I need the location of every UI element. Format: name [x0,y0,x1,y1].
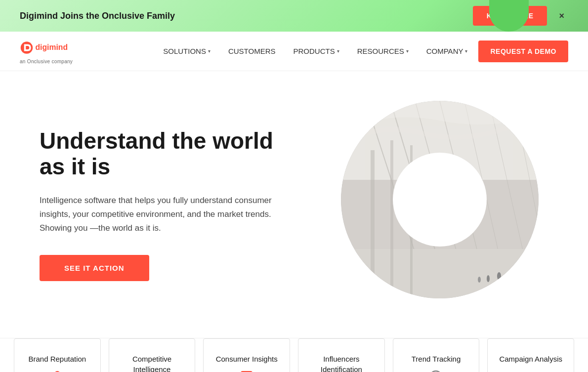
hero-section: Understand the world as it is Intelligen… [0,71,588,338]
svg-point-23 [393,153,487,247]
see-action-button[interactable]: SEE IT ACTION [40,255,149,281]
nav-item-customers[interactable]: CUSTOMERS [221,43,283,59]
card-title-trend: Trend Tracking [412,354,461,364]
svg-point-15 [507,275,510,282]
nav-label-products: PRODUCTS [294,47,335,55]
trend-icon: Q1 [428,369,445,372]
svg-rect-22 [410,145,413,298]
svg-point-18 [487,275,490,282]
banner-right: KNOW MORE × [473,6,568,26]
nav-item-solutions[interactable]: SOLUTIONS ▾ [156,43,217,59]
svg-point-16 [517,274,521,282]
nav-links: SOLUTIONS ▾ CUSTOMERS PRODUCTS ▾ RESOURC… [156,41,568,62]
nav-item-company[interactable]: COMPANY ▾ [420,43,475,59]
nav-label-customers: CUSTOMERS [228,47,276,55]
svg-text:Reyain: Reyain [516,370,546,372]
svg-text:digimind: digimind [36,43,68,51]
consumer-icon [240,369,253,372]
hero-circle-image [341,101,539,298]
nav-label-company: COMPANY [426,47,463,55]
card-influencers-identification[interactable]: Influencers Identification [298,338,385,372]
banner-text: Digimind Joins the Onclusive Family [20,11,175,21]
chevron-down-icon-2: ▾ [337,48,339,54]
cards-section: Brand Reputation Competitive Intelligenc… [0,338,588,372]
logo-svg: digimind [20,38,89,58]
hero-description: Intelligence software that helps you ful… [40,194,277,235]
card-title-influencers: Influencers Identification [308,354,375,372]
svg-rect-21 [390,140,393,298]
chevron-down-icon: ▾ [208,48,210,54]
nav-label-resources: RESOURCES [357,47,404,55]
logo-area[interactable]: digimind an Onclusive company [20,38,89,64]
nav-label-solutions: SOLUTIONS [163,47,206,55]
svg-point-14 [497,272,501,280]
svg-rect-20 [371,150,375,298]
close-banner-button[interactable]: × [555,9,568,23]
card-brand-reputation[interactable]: Brand Reputation [14,338,101,372]
hero-title: Understand the world as it is [40,128,277,180]
card-trend-tracking[interactable]: Trend Tracking Q1 [393,338,480,372]
campaign-icon: Reyain [516,369,546,372]
navbar: digimind an Onclusive company SOLUTIONS … [0,32,588,71]
card-competitive-intelligence[interactable]: Competitive Intelligence [109,338,196,372]
hero-left: Understand the world as it is Intelligen… [40,128,277,282]
svg-point-17 [478,277,481,283]
card-campaign-analysis[interactable]: Campaign Analysis Reyain [487,338,574,372]
logo-subtitle: an Onclusive company [20,59,73,64]
card-consumer-insights[interactable]: Consumer Insights [203,338,290,372]
chevron-down-icon-4: ▾ [465,48,467,54]
request-demo-button[interactable]: REQUEST A DEMO [478,41,568,62]
nav-item-products[interactable]: PRODUCTS ▾ [287,43,346,59]
know-more-button[interactable]: KNOW MORE [473,6,547,26]
card-title-brand: Brand Reputation [28,354,86,364]
card-title-consumer: Consumer Insights [216,354,278,364]
nav-item-resources[interactable]: RESOURCES ▾ [350,43,416,59]
svg-point-19 [527,273,530,280]
card-title-competitive: Competitive Intelligence [119,354,185,372]
hero-right [341,101,548,308]
brand-icon [50,369,64,372]
announcement-banner: Digimind Joins the Onclusive Family KNOW… [0,0,588,32]
card-title-campaign: Campaign Analysis [499,354,562,364]
chevron-down-icon-3: ▾ [406,48,409,54]
